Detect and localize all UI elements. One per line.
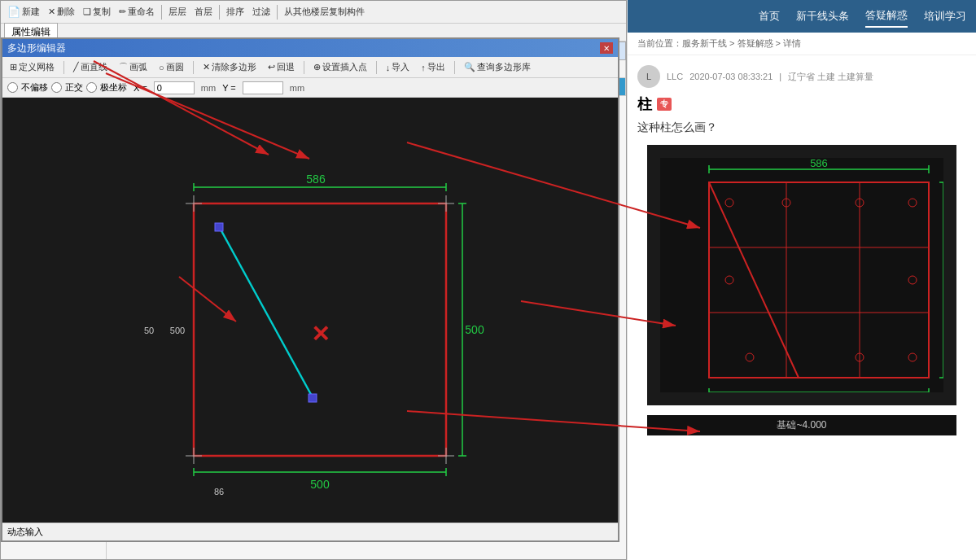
line-icon: ╱ [73,62,79,72]
set-insert-label: 设置插入点 [322,61,367,73]
base-label-text: 基础~4.000 [777,419,826,431]
nav-training-label: 培训学习 [924,10,966,22]
radio-group: 不偏移 正交 极坐标 [7,81,127,94]
export-button[interactable]: ↑ 导出 [417,59,449,75]
layer-label: 层层 [169,6,186,18]
copy-from-label: 从其他楼层复制构件 [284,6,365,18]
export-label: 导出 [427,61,445,73]
title-text: 柱 [637,94,652,114]
nav-home[interactable]: 首页 [759,6,780,27]
svg-rect-22 [660,158,943,392]
dim-left-500: 500 [170,326,185,335]
poly-close-button[interactable]: ✕ [600,42,613,54]
tag-badge: 专 [657,98,672,111]
toolbar-divider2 [193,61,194,74]
new-button[interactable]: 📄 新建 [4,4,43,20]
sort-label: 排序 [226,6,244,18]
dim-left-50: 50 [144,326,154,335]
line-label: 画直线 [81,61,107,73]
rename-button[interactable]: ✏ 重命名 [116,4,158,20]
arc-button[interactable]: ⌒ 画弧 [115,59,151,75]
clear-button[interactable]: ✕ 清除多边形 [199,59,260,75]
new-label: 新建 [22,6,40,18]
breadcrumb: 当前位置：服务新干线 > 答疑解惑 > 详情 [628,33,976,55]
undo-icon: ↩ [268,62,275,72]
query-button[interactable]: 🔍 查询多边形库 [460,59,535,75]
fixed-label: 不偏移 [21,81,48,94]
export-icon: ↑ [421,63,426,72]
copy-button[interactable]: ❑ 复制 [80,4,114,20]
circle-button[interactable]: ○ 画圆 [155,59,188,75]
import-button[interactable]: ↓ 导入 [382,59,414,75]
nav-qa[interactable]: 答疑解惑 [865,5,908,28]
first-label: 首层 [195,6,212,18]
import-label: 导入 [392,61,409,73]
poly-toolbar: ⊞ 定义网格 ╱ 画直线 ⌒ 画弧 ○ 画圆 ✕ 清除多边形 ↩ [2,57,618,78]
question-title: 柱 专 [637,94,966,114]
set-insert-button[interactable]: ⊕ 设置插入点 [309,59,371,75]
username: LLC [667,72,683,81]
dim-right-text: 500 [465,323,484,336]
sort-button[interactable]: 排序 [223,4,247,20]
props-tab-label: 属性编辑 [11,26,50,37]
grid-label: 定义网格 [19,61,55,73]
toolbar-divider4 [376,61,377,74]
y-input[interactable] [243,81,283,94]
dynamic-input-label: 动态输入 [7,526,43,538]
separator: | [779,72,781,81]
cross-mark: ✕ [311,322,330,347]
layer-button[interactable]: 层层 [165,4,190,20]
question-cad-drawing: 586 500 500 [660,158,943,392]
set-insert-icon: ⊕ [313,62,321,72]
first-floor-button[interactable]: 首层 [191,4,216,20]
grid-icon: ⊞ [10,62,17,72]
delete-button[interactable]: ✕ 删除 [45,4,78,20]
nav-headlines[interactable]: 新干线头条 [796,6,849,27]
query-icon: 🔍 [464,62,475,72]
divider2 [219,5,220,20]
cad-drawing: 586 500 500 500 50 86 [2,98,618,523]
main-toolbar: 📄 新建 ✕ 删除 ❑ 复制 ✏ 重命名 层层 首层 排序 过滤 [1,1,626,24]
question-content: L LLC 2020-07-03 08:33:21 | 辽宁省 土建 土建算量 … [628,55,976,560]
post-date: 2020-07-03 08:33:21 [689,72,772,81]
copy-from-button[interactable]: 从其他楼层复制构件 [281,4,368,20]
right-panel: 首页 新干线头条 答疑解惑 培训学习 当前位置：服务新干线 > 答疑解惑 > 详… [627,0,976,560]
ortho-label: 正交 [65,81,83,94]
user-info: L LLC 2020-07-03 08:33:21 | 辽宁省 土建 土建算量 [637,65,966,88]
coords-bar: 不偏移 正交 极坐标 X = mm Y = mm [2,78,618,98]
clear-label: 清除多边形 [212,61,256,73]
dim-top-text: 586 [306,173,326,186]
toolbar-divider1 [63,61,64,74]
question-text: 这种柱怎么画？ [637,120,966,135]
divider1 [161,5,162,20]
breadcrumb-text: 当前位置：服务新干线 > 答疑解惑 > 详情 [637,38,801,48]
nav-training[interactable]: 培训学习 [924,6,966,27]
ortho-radio[interactable] [51,82,62,93]
right-dim-top: 586 [810,158,828,169]
cad-panel: 📄 新建 ✕ 删除 ❑ 复制 ✏ 重命名 层层 首层 排序 过滤 [0,0,627,560]
toolbar-divider5 [454,61,455,74]
grid-button[interactable]: ⊞ 定义网格 [6,59,59,75]
fixed-radio[interactable] [7,82,18,93]
cad-image: 586 500 500 [647,145,956,405]
x-input[interactable] [154,81,195,94]
location: 辽宁省 土建 土建算量 [788,71,873,83]
poly-dialog-title: 多边形编辑器 [7,42,66,55]
query-label: 查询多边形库 [477,61,531,73]
new-icon: 📄 [7,6,20,18]
dim-86-text: 86 [214,487,224,497]
line-button[interactable]: ╱ 画直线 [69,59,112,75]
poly-dialog: 多边形编辑器 ✕ ⊞ 定义网格 ╱ 画直线 ⌒ 画弧 ○ 画圆 [1,37,619,542]
undo-button[interactable]: ↩ 回退 [264,59,299,75]
delete-label: 删除 [57,6,75,18]
polar-radio[interactable] [86,82,97,93]
filter-button[interactable]: 过滤 [249,4,274,20]
delete-icon: ✕ [48,7,55,17]
arc-icon: ⌒ [119,61,128,73]
question-body: 这种柱怎么画？ [637,120,717,133]
cad-canvas[interactable]: 586 500 500 500 50 86 [2,98,618,523]
poly-status-bar: 动态输入 [2,523,618,540]
svg-rect-12 [215,223,223,231]
rename-icon: ✏ [119,7,126,17]
y-unit: mm [290,83,304,93]
